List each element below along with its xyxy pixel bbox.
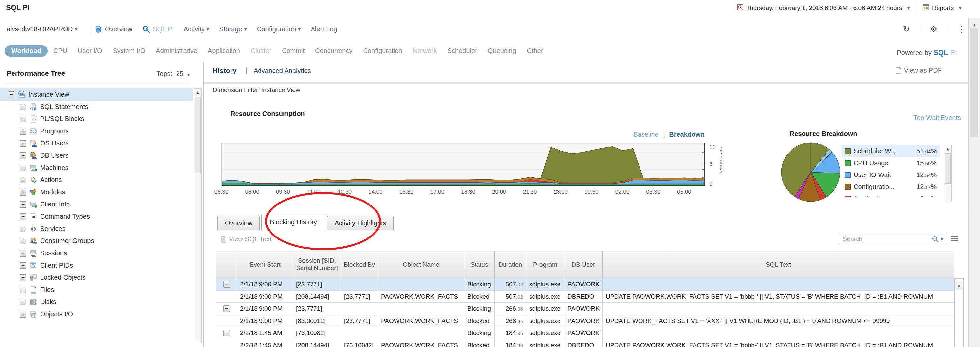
expand-icon[interactable]: + — [20, 128, 26, 134]
tree-scrollbar[interactable]: ▲ — [194, 88, 202, 343]
expand-icon[interactable]: + — [20, 165, 26, 171]
column-header-object-name[interactable]: Object Name — [378, 251, 464, 278]
nav-item-activity[interactable]: Activity▼ — [184, 26, 210, 33]
expand-icon[interactable]: + — [20, 250, 26, 257]
tree-item-os-users[interactable]: +OS Users — [0, 137, 193, 149]
search-input[interactable] — [839, 235, 932, 243]
column-header-program[interactable]: Program — [526, 251, 565, 278]
row-collapse-icon[interactable]: − — [223, 330, 230, 336]
cell-expand[interactable]: − — [216, 278, 237, 291]
timerange-label[interactable]: Thursday, February 1, 2018 6:06 AM - 6:0… — [746, 4, 902, 11]
wait-category-system-i-o[interactable]: System I/O — [108, 45, 150, 57]
legend-item-application[interactable]: Application3.65% — [842, 193, 940, 197]
wait-category-other[interactable]: Other — [522, 45, 548, 57]
column-header-session[interactable]: Session [SID, Serial Number] — [293, 251, 341, 278]
search-options-caret-icon[interactable]: ▼ — [941, 237, 943, 241]
column-header-blocked-by[interactable]: Blocked By — [341, 251, 378, 278]
timerange-caret-icon[interactable]: ▼ — [907, 6, 910, 10]
top-wait-events-link[interactable]: Top Wait Events — [913, 114, 961, 122]
reports-button[interactable]: Reports — [932, 4, 954, 11]
column-header-db-user[interactable]: DB User — [565, 251, 603, 278]
tree-item-modules[interactable]: +Modules — [0, 186, 193, 198]
page-scrollbar[interactable]: ▲ — [969, 18, 980, 347]
expand-icon[interactable]: + — [20, 274, 26, 281]
tree-item-db-users[interactable]: +DB Users — [0, 149, 193, 162]
legend-scrollbar-up-icon[interactable]: ▲ — [944, 147, 951, 151]
tops-selector[interactable]: Tops: 25 ▼ — [156, 70, 190, 78]
tab-overview[interactable]: Overview — [217, 216, 260, 230]
baseline-link[interactable]: Baseline — [633, 131, 659, 138]
wait-category-user-i-o[interactable]: User I/O — [73, 45, 107, 57]
reports-caret-icon[interactable]: ▼ — [959, 6, 962, 10]
table-scrollbar-up-icon[interactable]: ▲ — [955, 281, 963, 290]
wait-category-cpu[interactable]: CPU — [48, 45, 72, 57]
row-collapse-icon[interactable]: − — [223, 305, 230, 312]
tree-scrollbar-thumb[interactable] — [195, 97, 200, 173]
tab-advanced-analytics[interactable]: Advanced Analytics — [254, 67, 310, 75]
expand-icon[interactable]: + — [20, 262, 26, 269]
tree-item-objects-i-o[interactable]: +Objects I/O — [0, 308, 193, 320]
expand-icon[interactable]: + — [20, 311, 26, 318]
nav-item-alert-log[interactable]: Alert Log — [311, 26, 337, 33]
tab-blocking-history[interactable]: Blocking History — [261, 214, 325, 230]
expand-icon[interactable]: + — [20, 189, 26, 196]
page-scrollbar-thumb[interactable] — [970, 28, 978, 137]
wait-category-application[interactable]: Application — [203, 45, 245, 57]
tree-item-actions[interactable]: +Actions — [0, 174, 193, 186]
tab-history[interactable]: History — [213, 67, 236, 75]
tree-item-sessions[interactable]: +Sessions — [0, 247, 193, 259]
gear-icon[interactable]: ⚙ — [930, 24, 937, 34]
expand-icon[interactable]: + — [20, 299, 26, 305]
tree-scrollbar-up-icon[interactable]: ▲ — [194, 90, 201, 94]
kebab-menu-icon[interactable]: ⋮ — [957, 24, 966, 34]
legend-scrollbar-thumb[interactable] — [945, 154, 951, 184]
resource-consumption-chart[interactable] — [221, 143, 705, 186]
tree-item-sql-statements[interactable]: +SQLSQL Statements — [0, 101, 193, 113]
expand-icon[interactable]: + — [20, 225, 26, 232]
column-header-expand[interactable] — [216, 251, 237, 278]
tree-item-disks[interactable]: +Disks — [0, 296, 193, 308]
column-header-duration[interactable]: Duration — [495, 251, 526, 278]
cell-expand[interactable]: − — [216, 327, 237, 339]
expand-icon[interactable]: + — [20, 177, 26, 183]
tree-item-services[interactable]: +Services — [0, 223, 193, 235]
tab-activity-highlights[interactable]: Activity Highlights — [327, 216, 394, 230]
tree-item-machines[interactable]: +Machines — [0, 162, 193, 174]
view-sql-text-button[interactable]: View SQL Text — [221, 235, 272, 243]
nav-item-storage[interactable]: Storage▼ — [219, 26, 247, 33]
expand-icon[interactable]: + — [20, 238, 26, 245]
expand-icon[interactable]: + — [20, 104, 26, 110]
breakdown-link[interactable]: Breakdown — [669, 131, 705, 138]
wait-category-commit[interactable]: Commit — [277, 45, 310, 57]
refresh-icon[interactable]: ↻ — [903, 24, 910, 34]
legend-item-cpu-usage[interactable]: CPU Usage15.50% — [842, 157, 940, 169]
wait-category-administrative[interactable]: Administrative — [151, 45, 202, 57]
wait-category-configuration[interactable]: Configuration — [358, 45, 407, 57]
column-header-sql-text[interactable]: SQL Text — [603, 251, 954, 278]
expand-icon[interactable]: + — [20, 201, 26, 208]
legend-item-user-io-wait[interactable]: User IO Wait12.54% — [842, 169, 940, 181]
tree-item-programs[interactable]: +Programs — [0, 125, 193, 137]
tree-item-client-info[interactable]: +Client Info — [0, 198, 193, 210]
column-chooser-icon[interactable] — [950, 235, 960, 243]
tree-item-pl-sql-blocks[interactable]: +<>PL/SQL Blocks — [0, 113, 193, 125]
nav-item-sql-pi[interactable]: piSQL PI — [142, 26, 174, 33]
tree-item-client-pids[interactable]: +Client PIDs — [0, 259, 193, 272]
legend-item-configuratio-[interactable]: Configuratio...12.17% — [842, 181, 940, 193]
expand-icon[interactable]: + — [20, 116, 26, 122]
view-as-pdf-button[interactable]: View as PDF — [896, 67, 942, 74]
expand-icon[interactable]: + — [20, 213, 26, 220]
tree-item-locked-objects[interactable]: +Locked Objects — [0, 272, 193, 284]
tree-item-consumer-groups[interactable]: +Consumer Groups — [0, 235, 193, 247]
nav-item-overview[interactable]: Overview — [94, 26, 132, 33]
wait-category-network[interactable]: Network — [408, 45, 442, 57]
table-scrollbar[interactable]: ▲ — [954, 278, 964, 347]
legend-scrollbar[interactable]: ▲ — [944, 145, 952, 201]
collapse-icon[interactable]: − — [8, 91, 14, 98]
expand-icon[interactable]: + — [20, 287, 26, 293]
column-header-status[interactable]: Status — [464, 251, 495, 278]
row-collapse-icon[interactable]: − — [223, 281, 230, 288]
tree-item-instance-view[interactable]: −Instance View — [0, 88, 193, 101]
cell-expand[interactable]: − — [216, 303, 237, 315]
tree-item-command-types[interactable]: +Command Types — [0, 210, 193, 223]
